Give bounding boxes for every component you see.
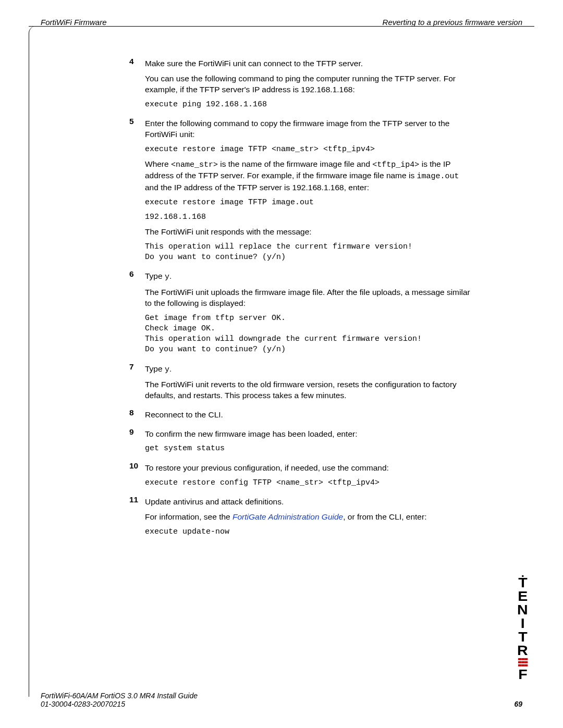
step-number: 6 [129, 269, 145, 279]
step: 10To restore your previous configuration… [129, 461, 474, 492]
code-block: get system status [145, 443, 474, 454]
paragraph: Type y. [145, 364, 474, 375]
brand-logo: .TENITR■■■■■■■■■F [518, 571, 528, 681]
paragraph: Where <name_str> is the name of the firm… [145, 159, 474, 193]
step-body: To restore your previous configuration, … [145, 461, 474, 492]
brand-letter: T [518, 630, 527, 644]
header-rule [29, 26, 534, 27]
text-run: Type [145, 272, 165, 280]
brand-letter: I [521, 616, 525, 630]
paragraph: To confirm the new firmware image has be… [145, 429, 474, 440]
paragraph: To restore your previous configuration, … [145, 463, 474, 474]
paragraph: The FortiWiFi unit uploads the firmware … [145, 287, 474, 309]
inline-code: image.out [417, 172, 459, 181]
inline-code: <tftp_ip4> [372, 161, 419, 169]
step: 7Type y.The FortiWiFi unit reverts to th… [129, 362, 474, 405]
inline-code: y [165, 273, 169, 281]
text-run: , or from the CLI, enter: [343, 512, 426, 521]
paragraph: For information, see the FortiGate Admin… [145, 512, 474, 523]
paragraph: Reconnect to the CLI. [145, 410, 474, 421]
text-run: Where [145, 159, 171, 168]
code-block: execute restore image TFTP image.out [145, 198, 474, 208]
text-run: and the IP address of the TFTP server is… [145, 183, 369, 192]
brand-letter: E [518, 589, 528, 603]
code-block: This operation will replace the current … [145, 242, 474, 263]
footer-text: FortiWiFi-60A/AM FortiOS 3.0 MR4 Install… [41, 692, 198, 708]
step-body: Reconnect to the CLI. [145, 408, 474, 425]
code-block: 192.168.1.168 [145, 212, 474, 223]
step-number: 7 [129, 362, 145, 372]
text-run: For information, see the [145, 512, 232, 521]
text-run: . [169, 364, 172, 373]
footer-line2: 01-30004-0283-20070215 [41, 700, 198, 708]
step-number: 9 [129, 427, 145, 437]
step-body: Type y.The FortiWiFi unit uploads the fi… [145, 269, 474, 359]
step-body: Type y.The FortiWiFi unit reverts to the… [145, 362, 474, 405]
inline-link[interactable]: FortiGate Administration Guide [232, 512, 343, 521]
step: 8Reconnect to the CLI. [129, 408, 474, 425]
brand-letter: T [518, 576, 527, 589]
code-block: Get image from tftp server OK. Check ima… [145, 313, 474, 355]
paragraph: The FortiWiFi unit reverts to the old fi… [145, 379, 474, 401]
inline-code: <name_str> [171, 161, 218, 169]
paragraph: You can use the following command to pin… [145, 73, 474, 95]
paragraph: Enter the following command to copy the … [145, 118, 474, 140]
step: 5Enter the following command to copy the… [129, 116, 474, 267]
step-number: 8 [129, 408, 145, 417]
brand-letter: N [517, 603, 528, 616]
header-right: Reverting to a previous firmware version [383, 18, 522, 27]
text-run: . [169, 272, 172, 280]
text-run: is the name of the firmware image file a… [218, 159, 372, 168]
step: 11Update antivirus and attack definition… [129, 495, 474, 541]
step-number: 5 [129, 116, 145, 126]
page: FortiWiFi Firmware Reverting to a previo… [0, 0, 563, 728]
step-number: 4 [129, 56, 145, 66]
inline-code: y [165, 365, 169, 374]
brand-letter: F [518, 668, 527, 681]
brand-letter: R [517, 644, 528, 657]
code-block: execute update-now [145, 527, 474, 537]
page-number: 69 [514, 700, 522, 708]
step: 6Type y.The FortiWiFi unit uploads the f… [129, 269, 474, 359]
step: 4Make sure the FortiWiFi unit can connec… [129, 56, 474, 114]
code-block: execute ping 192.168.1.168 [145, 100, 474, 110]
brand-dots-icon: ■■■■■■■■■ [520, 658, 526, 667]
code-block: execute restore image TFTP <name_str> <t… [145, 144, 474, 155]
footer: FortiWiFi-60A/AM FortiOS 3.0 MR4 Install… [41, 692, 522, 708]
paragraph: Type y. [145, 271, 474, 282]
step-body: Update antivirus and attack definitions.… [145, 495, 474, 541]
footer-line1: FortiWiFi-60A/AM FortiOS 3.0 MR4 Install… [41, 692, 198, 700]
step-body: Make sure the FortiWiFi unit can connect… [145, 56, 474, 114]
content-area: 4Make sure the FortiWiFi unit can connec… [129, 56, 474, 544]
paragraph: The FortiWiFi unit responds with the mes… [145, 227, 474, 238]
step: 9To confirm the new firmware image has b… [129, 427, 474, 459]
paragraph: Update antivirus and attack definitions. [145, 497, 474, 508]
page-frame-left [29, 26, 36, 697]
paragraph: Make sure the FortiWiFi unit can connect… [145, 58, 474, 69]
text-run: Type [145, 364, 165, 373]
step-number: 10 [129, 461, 145, 471]
code-block: execute restore config TFTP <name_str> <… [145, 478, 474, 488]
step-body: Enter the following command to copy the … [145, 116, 474, 267]
step-number: 11 [129, 495, 145, 504]
step-body: To confirm the new firmware image has be… [145, 427, 474, 459]
header-left: FortiWiFi Firmware [41, 18, 107, 27]
